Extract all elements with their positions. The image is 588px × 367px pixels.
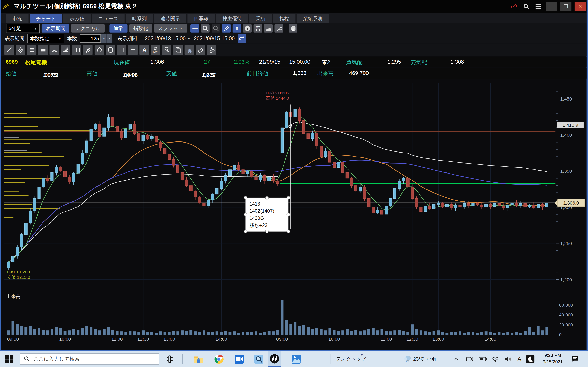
ime-icon[interactable] xyxy=(525,351,535,367)
technical-button[interactable]: テクニカル xyxy=(71,24,104,32)
hsegment-tool[interactable] xyxy=(128,45,138,55)
hlines3-tool[interactable] xyxy=(27,45,36,55)
weather-text[interactable]: 23°C小雨 xyxy=(413,351,451,367)
ime-mode-letter[interactable]: A xyxy=(515,351,523,367)
selection-handle[interactable] xyxy=(287,196,290,199)
start-button[interactable] xyxy=(3,351,16,367)
toolbar-expand-chevron[interactable]: » xyxy=(361,352,364,358)
maximize-button[interactable]: ❐ xyxy=(560,2,571,11)
normal-button[interactable]: 通常 xyxy=(109,24,127,32)
stamp-tool[interactable]: ICON xyxy=(151,45,160,55)
selection-handle[interactable] xyxy=(287,213,290,216)
printer-button[interactable] xyxy=(289,24,297,32)
tab-歩み値[interactable]: 歩み値 xyxy=(63,14,91,23)
fan-tool[interactable] xyxy=(61,45,70,55)
explorer-taskbar-button[interactable] xyxy=(192,351,205,367)
search-icon xyxy=(24,356,30,362)
tab-適時開示[interactable]: 適時開示 xyxy=(154,14,186,23)
count-input[interactable]: 125 xyxy=(80,34,101,42)
pentagon-tool[interactable] xyxy=(95,45,104,55)
hand-tool[interactable] xyxy=(185,45,194,55)
copy-tool[interactable] xyxy=(173,45,183,55)
svg-text:1,250: 1,250 xyxy=(560,241,572,246)
battery-icon[interactable] xyxy=(478,351,488,367)
selection-handle[interactable] xyxy=(265,196,268,199)
menu-icon[interactable] xyxy=(533,2,543,11)
svg-text:10:00: 10:00 xyxy=(328,336,340,342)
trading-app-taskbar-button[interactable]: R xyxy=(268,351,281,367)
hlines4-icon xyxy=(40,47,46,53)
svg-text:¥: ¥ xyxy=(235,25,238,31)
pitchfork-tool[interactable] xyxy=(83,45,93,55)
reset-range-button[interactable] xyxy=(238,34,246,42)
zoom-out-button[interactable] xyxy=(212,24,220,32)
chevron-down-icon: ▼ xyxy=(58,36,61,40)
spread-button[interactable]: スプレッド xyxy=(154,24,187,32)
quote-row: 6969 松尾電機 現在値 1,306 -27 -2.03% 21/09/15 … xyxy=(1,57,587,67)
tab-ニュース[interactable]: ニュース xyxy=(92,14,125,23)
hlines4-tool[interactable] xyxy=(38,45,48,55)
drawn-vertical-line[interactable] xyxy=(289,104,292,229)
parallel-lines-tool[interactable] xyxy=(16,45,25,55)
text-tool[interactable]: A xyxy=(139,45,149,55)
add-button[interactable] xyxy=(190,24,199,32)
count-down-button[interactable]: ▼ xyxy=(101,34,107,42)
selection-handle[interactable] xyxy=(265,230,268,233)
tab-チャート[interactable]: チャート xyxy=(30,14,62,23)
photos-taskbar-button[interactable] xyxy=(290,351,303,367)
eraser-tool[interactable] xyxy=(196,45,205,55)
arc-tool[interactable] xyxy=(49,45,59,55)
task-view-button[interactable] xyxy=(165,351,176,367)
vlines-tool[interactable] xyxy=(72,45,81,55)
eraser-icon xyxy=(197,47,204,53)
zoom-in-button[interactable] xyxy=(201,24,210,32)
indexed-button[interactable]: 指数化 xyxy=(129,24,152,32)
selection-handle[interactable] xyxy=(244,213,247,216)
link-icon[interactable]: 1 xyxy=(509,2,519,11)
video-app-taskbar-button[interactable] xyxy=(233,351,246,367)
selection-handle[interactable] xyxy=(244,196,247,199)
minimize-button[interactable]: ─ xyxy=(546,2,557,11)
screen: マルチツール(個別銘柄) 6969 松尾電機 東２ 1 ─ ❐ ✕ 市況チャート… xyxy=(0,0,588,367)
speaker-icon[interactable] xyxy=(503,351,513,367)
action-center-icon[interactable] xyxy=(569,351,580,367)
note-annotation[interactable]: 14131402(1407)1430G勝ち+23 xyxy=(244,196,290,233)
tab-業績[interactable]: 業績 xyxy=(250,14,272,23)
magnifier-app-taskbar-button[interactable] xyxy=(252,351,265,367)
ellipse-tool[interactable] xyxy=(106,45,115,55)
close-button[interactable]: ✕ xyxy=(575,2,586,11)
pointer-tool[interactable] xyxy=(162,45,171,55)
price-chart[interactable]: 14131402(1407)1430G勝ち+231,4501,4001,3501… xyxy=(2,79,588,350)
trendline-tool[interactable] xyxy=(4,45,14,55)
pencil-button[interactable] xyxy=(222,24,231,32)
prev-close-value: 1,333 xyxy=(293,70,306,76)
eraser-all-tool[interactable]: A xyxy=(207,45,216,55)
camera-icon[interactable] xyxy=(465,351,475,367)
weather-icon[interactable] xyxy=(403,351,413,367)
app-window: マルチツール(個別銘柄) 6969 松尾電機 東２ 1 ─ ❐ ✕ 市況チャート… xyxy=(0,0,588,351)
taskbar-clock[interactable]: 9:23 PM 9/15/2021 xyxy=(539,352,567,365)
tab-株主優待[interactable]: 株主優待 xyxy=(216,14,248,23)
selection-handle[interactable] xyxy=(287,230,290,233)
info-button[interactable]: i xyxy=(243,24,251,32)
tab-市況[interactable]: 市況 xyxy=(6,14,28,23)
tab-業績予測[interactable]: 業績予測 xyxy=(297,14,329,23)
wrench-button[interactable] xyxy=(275,24,283,32)
hidden-icons-chevron[interactable] xyxy=(452,351,460,367)
wifi-icon[interactable] xyxy=(490,351,500,367)
taskbar-search-input[interactable]: ここに入力して検索 xyxy=(20,353,159,365)
count-mode-select[interactable]: 本数指定▼ xyxy=(27,34,64,43)
timeframe-select[interactable]: 5分足▼ xyxy=(6,24,40,33)
tab-時系列[interactable]: 時系列 xyxy=(126,14,153,23)
search-icon[interactable] xyxy=(521,2,531,11)
selection-handle[interactable] xyxy=(244,230,247,233)
chrome-taskbar-button[interactable] xyxy=(212,351,226,367)
rect-tool[interactable] xyxy=(117,45,126,55)
count-up-button[interactable]: ▲ xyxy=(107,34,112,42)
tab-四季報[interactable]: 四季報 xyxy=(188,14,215,23)
area-chart-button[interactable] xyxy=(264,24,273,32)
display-period-button[interactable]: 表示期間 xyxy=(42,24,69,32)
tab-指標[interactable]: 指標 xyxy=(273,14,295,23)
yen-button[interactable]: ¥ xyxy=(233,24,241,32)
my-chart-button[interactable]: MY xyxy=(254,24,262,32)
